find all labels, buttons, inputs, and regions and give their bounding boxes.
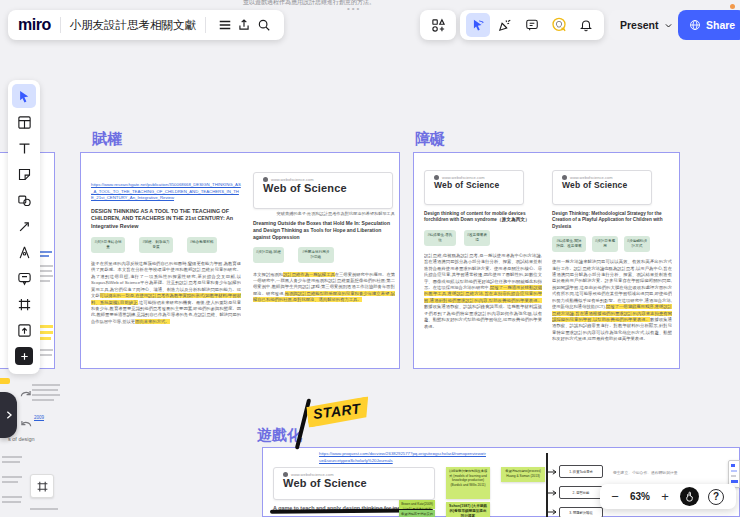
text-fragment-bar (2, 456, 22, 458)
flow-step[interactable]: 3. 問題解決階段 (559, 507, 603, 517)
tag-chip[interactable]: #設計思維-賦權 (253, 247, 284, 263)
sticky-note[interactable]: 以轉變教與學和知識生產模式 (models of learning and kn… (446, 467, 490, 499)
paper-summary: 本文探討推測和設計思維作為一種賦權工具在三個案例研究中的應用。在第一個研究中,一… (253, 272, 395, 334)
frame-tool[interactable] (12, 292, 36, 316)
wos-name: Web of Science (283, 477, 434, 489)
add-more-tool[interactable] (12, 344, 36, 368)
pen-tool[interactable] (12, 240, 36, 264)
apps-icon (431, 18, 446, 33)
upload-tool-icon (17, 323, 32, 338)
share-label: Share (706, 19, 735, 31)
frame-object-card[interactable] (30, 474, 54, 498)
web-of-science-card[interactable]: www.webofscience.com Web of Science (253, 172, 393, 209)
tag-chips: #特殊學生-唐氏症 #改善學業表現 (424, 230, 542, 246)
zoom-in-button[interactable]: + (659, 489, 671, 504)
web-of-science-card[interactable]: www.webofscience.com Web of Science (424, 170, 524, 205)
assistant-icon (551, 17, 567, 33)
assistant-button[interactable] (547, 13, 571, 37)
frame-title-obstacle[interactable]: 障礙 (415, 130, 445, 149)
tag-chip[interactable]: #改善學業表現 (464, 230, 490, 246)
text-tool[interactable] (12, 136, 36, 160)
text-fragment-bar (30, 508, 58, 510)
paper-link[interactable]: https://www.researchgate.net/publication… (91, 182, 241, 202)
shapes-tool[interactable] (12, 188, 36, 212)
paper-card[interactable]: www.webofscience.com Web of Science Desi… (552, 170, 672, 345)
zoom-out-button[interactable]: − (609, 489, 621, 504)
tag-chip[interactable]: #設計思考應用 (592, 236, 618, 252)
board-title[interactable]: 小朋友設計思考相關文獻 (70, 18, 197, 33)
comments-button[interactable] (520, 13, 544, 37)
text-fragment-bar (2, 496, 22, 498)
paper-title: Design thinking of content for mobile de… (424, 211, 530, 224)
sticky-note[interactable]: 希望消除障礙物(process) Huang & Soman (2013) (501, 467, 545, 482)
flow-step[interactable]: 2. 學習技能 (559, 486, 603, 499)
miro-logo[interactable]: miro (18, 16, 51, 34)
reactions-button[interactable] (493, 13, 517, 37)
paper-title: Design Thinking: Methodological Strategy… (552, 211, 672, 230)
apps-button[interactable] (420, 10, 456, 40)
frame-empower[interactable]: https://www.researchgate.net/publication… (80, 152, 400, 369)
frame-obstacle[interactable]: www.webofscience.com Web of Science Desi… (413, 152, 680, 369)
link-fragment[interactable]: 2009 (34, 415, 60, 422)
paper-link[interactable]: https://www.proquest.com/docview/2638292… (319, 451, 487, 464)
tag-chip[interactable]: #統合教學材料 (187, 237, 217, 253)
paper-card[interactable]: www.webofscience.com Web of Science Desi… (424, 170, 542, 335)
divider (60, 17, 61, 33)
cursor-select-button[interactable] (466, 13, 490, 37)
zoom-level[interactable]: 63% (630, 491, 650, 502)
export-icon[interactable] (235, 13, 255, 37)
minimap-block (731, 470, 737, 472)
select-tool[interactable] (12, 84, 36, 108)
text-fragment-bar (32, 389, 58, 391)
comment-tool[interactable] (12, 266, 36, 290)
text-fragment-bar (32, 394, 60, 396)
sticky-note[interactable]: Schon(1987) (大半遊戲的)發現市鎮問題並提出設計提案 (446, 502, 490, 517)
flow-step[interactable]: 1. 設置Task需求 (559, 465, 603, 478)
web-of-science-card[interactable]: www.webofscience.com Web of Science (552, 170, 652, 205)
divider (205, 17, 206, 33)
tag-chip[interactable]: #特殊學生-閱讀障礙、改善學業 (552, 236, 586, 252)
wos-name: Web of Science (562, 180, 651, 190)
menu-icon[interactable] (215, 13, 235, 37)
notification-dot (730, 4, 735, 9)
panel-expand-icon (4, 408, 14, 422)
shapes-icon (17, 193, 32, 208)
tag-chip[interactable]: #特殊學生-唐氏症 (424, 230, 456, 246)
web-of-science-card[interactable]: www.webofscience.com Web of Science (273, 467, 435, 500)
tag-chips: #特殊學生-閱讀障礙、改善學業 #設計思考應用 #設備輔助設計方式 (552, 236, 672, 252)
undo-arrow-icon (19, 388, 33, 400)
tag-chip[interactable]: #賦權、刺激能力發展 (139, 237, 173, 253)
connector-line (546, 453, 548, 517)
pen-icon (17, 245, 32, 260)
tag-chip[interactable]: #受壓迫兒利用設計思維 (298, 247, 334, 263)
templates-tool[interactable] (12, 110, 36, 134)
share-button[interactable]: Share (678, 10, 740, 40)
frame-title-empower[interactable]: 賦權 (92, 130, 122, 149)
notifications-button[interactable] (574, 13, 598, 37)
paper-card[interactable]: https://www.researchgate.net/publication… (91, 182, 241, 341)
topbar-tools (460, 10, 604, 40)
sticky-note[interactable]: Brown and Katz(2009) 以設計思維進行創新 (399, 500, 435, 509)
templates-icon (17, 115, 32, 130)
text-fragment-bar (32, 399, 54, 401)
sticky-note-tool[interactable] (12, 162, 36, 186)
wos-name: Web of Science (434, 180, 523, 190)
panel-expand-handle[interactable] (0, 392, 17, 438)
tag-chip[interactable]: #設計思考結合兒童 (91, 237, 125, 253)
text-fragment-bar (2, 481, 18, 483)
sticky-note[interactable]: 希望消除孩子們不安的過程 (399, 510, 435, 517)
redo-arrow-icon (19, 418, 33, 430)
paper-card[interactable]: www.webofscience.com Web of Science 突破束縛… (253, 172, 395, 334)
upload-tool[interactable] (12, 318, 36, 342)
tag-chip[interactable]: #設備輔助設計方式 (624, 236, 650, 252)
bell-icon (579, 18, 593, 32)
hand-tool-button[interactable] (680, 487, 699, 506)
help-button[interactable]: ? (708, 489, 724, 505)
present-button[interactable]: Present (609, 10, 681, 40)
paper-title: Dreaming Outside the Boxes that Hold Me … (253, 220, 395, 240)
paper-summary: 使用一種方法論來解決問題可以以高效、有效和高產出的方式進行工作。設計思維方法論也… (552, 259, 672, 345)
search-icon[interactable] (254, 13, 274, 37)
connector-tool[interactable] (12, 214, 36, 238)
start-flag-sticker[interactable]: START (306, 396, 371, 427)
comments-icon (525, 18, 539, 32)
